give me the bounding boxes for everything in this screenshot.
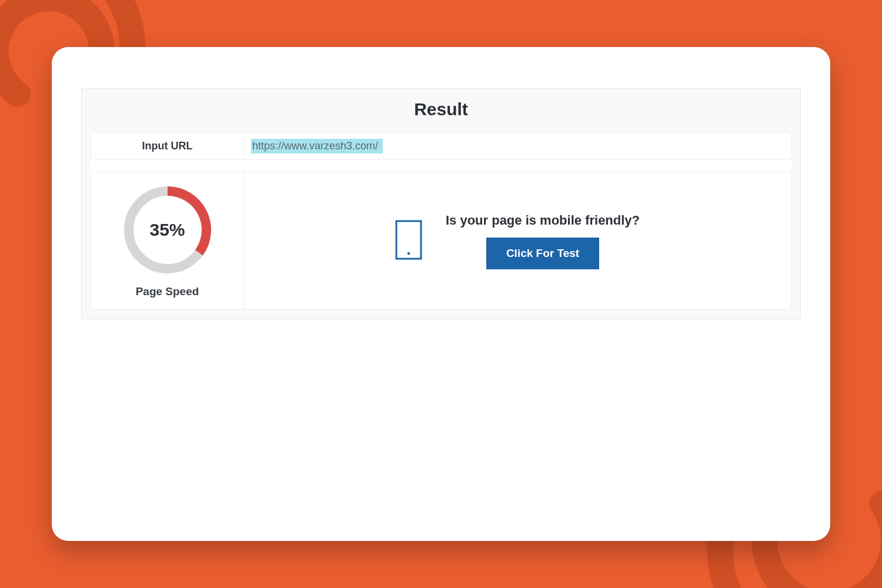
mobile-test-button[interactable]: Click For Test [486,238,599,269]
input-url-row: Input URL https://www.varzesh3.com/ [91,132,791,160]
input-url-label-cell: Input URL [91,133,244,159]
input-url-value[interactable]: https://www.varzesh3.com/ [251,139,383,153]
page-speed-percent: 35% [122,184,213,276]
result-body: Input URL https://www.varzesh3.com/ 35% [91,132,791,310]
mobile-friendly-question: Is your page is mobile friendly? [446,213,640,228]
mobile-text-group: Is your page is mobile friendly? Click F… [446,213,640,269]
input-url-value-cell: https://www.varzesh3.com/ [244,133,791,159]
result-panel: Result Input URL https://www.varzesh3.co… [81,88,801,319]
input-url-label: Input URL [142,140,193,152]
page-speed-gauge: 35% [122,184,213,276]
main-card: Result Input URL https://www.varzesh3.co… [52,47,830,541]
page-speed-cell: 35% Page Speed [91,172,244,309]
svg-point-2 [407,252,410,255]
result-title: Result [82,89,800,132]
mobile-device-icon [395,220,422,262]
metrics-row: 35% Page Speed Is your page is mobile fr… [91,172,791,310]
mobile-friendly-cell: Is your page is mobile friendly? Click F… [244,172,791,309]
page-speed-label: Page Speed [136,285,199,298]
